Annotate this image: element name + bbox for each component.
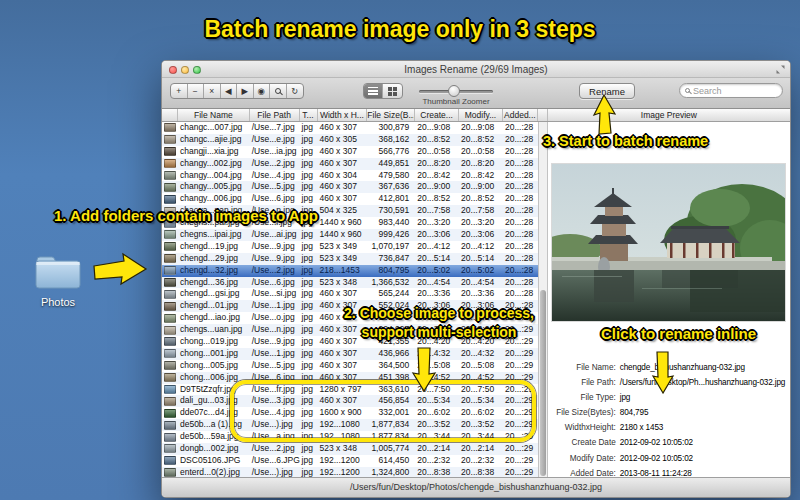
desktop: Photos Images Rename (29/69 Images) +−×◀… [0,0,800,500]
add-button[interactable]: + [171,84,188,98]
column-file-path[interactable]: File Path [250,109,300,121]
table-row[interactable]: changy...002.jpg/Use...2.jpgjpg460 x 307… [162,158,538,170]
table-row[interactable]: changc...007.jpg/Use...7.jpgjpg460 x 307… [162,122,538,134]
table-row[interactable]: chengd...32.jpg/Use...2.jpgjpg218...1453… [162,265,538,277]
cell-type: jpg [300,241,318,253]
cell-type: jpg [300,170,318,182]
table-row[interactable]: changji...xia.jpg/Use...ia.jpgjpg460 x 3… [162,146,538,158]
cell-dimensions: 460 x 307 [318,122,368,134]
file-thumbnail [164,385,176,394]
cell-added: 20...:29 [503,455,538,467]
file-thumbnail [164,361,176,370]
list-view-button[interactable] [364,84,383,98]
detail-value[interactable]: 2012-09-02 10:05:02 [620,454,693,463]
preview-photo [552,164,785,321]
thumb-cell [162,181,178,193]
refresh-button[interactable]: ↻ [287,84,304,98]
cell-modified: 20...8:52 [459,193,503,205]
cell-file-name: changy...004.jpg [178,170,250,182]
fullscreen-icon[interactable] [775,64,786,75]
table-row[interactable]: chong...001.jpg/Use...1.jpgjpg460 x 3074… [162,348,538,360]
photos-folder-icon[interactable] [34,252,82,292]
window-title: Images Rename (29/69 Images) [162,61,790,78]
cell-type: jpg [300,348,318,360]
file-thumbnail [164,230,176,239]
thumb-cell [162,253,178,265]
table-row[interactable]: chegns...ipai.jpg/Use...ai.jpgjpg1440 x … [162,229,538,241]
search-field[interactable] [679,83,783,98]
cell-added: 20...:28 [503,181,538,193]
cell-type: jpg [300,134,318,146]
titlebar[interactable]: Images Rename (29/69 Images) [162,61,790,78]
column-file-name[interactable]: File Name [178,109,250,121]
cell-created: 20...4:54 [415,277,459,289]
table-row[interactable]: DSC05106.JPG/Use...6.JPGjpg192...1200614… [162,455,538,467]
cell-file-path: /Use...7.jpg [250,122,300,134]
detail-value[interactable]: 2180 x 1453 [620,423,663,432]
cell-modified: 20...8:42 [459,170,503,182]
cell-modified: 20...4:32 [459,348,503,360]
search-input[interactable] [693,86,773,96]
cell-dimensions: 523 x 348 [318,443,368,455]
detail-value[interactable]: 2012-09-02 10:05:02 [620,438,693,447]
cell-file-path: /Use...6.JPG [250,455,300,467]
delete-button[interactable]: × [204,84,221,98]
next-button[interactable]: ▶ [237,84,254,98]
cell-dimensions: 460 x 307 [318,348,368,360]
vertical-scrollbar[interactable] [538,122,548,479]
table-row[interactable]: changy...005.jpg/Use...5.jpgjpg460 x 307… [162,181,538,193]
cell-file-size: 736,847 [367,253,415,265]
cell-file-path: /Use...9.jpg [250,253,300,265]
detail-value[interactable]: /Users/fun/Desktop/Ph...hushanzhuang-032… [620,378,785,387]
grid-view-button[interactable] [383,84,402,98]
table-row[interactable]: changy...004.jpg/Use...4.jpgjpg460 x 304… [162,170,538,182]
prev-button[interactable]: ◀ [221,84,238,98]
file-thumbnail [164,254,176,263]
file-thumbnail [164,183,176,192]
column-type[interactable]: T... [300,109,318,121]
column-dimensions[interactable]: Width x H... [318,109,368,121]
cell-file-name: DSC05106.JPG [178,455,250,467]
column-file-size[interactable]: File Size(B... [367,109,415,121]
column-added[interactable]: Added... [503,109,538,121]
table-row[interactable]: changc...ajie.jpg/Use...e.jpgjpg460 x 30… [162,134,538,146]
table-row[interactable]: chengd...19.jpg/Use...9.jpgjpg523 x 3491… [162,241,538,253]
cell-file-path: /Use...4.jpg [250,170,300,182]
table-row[interactable]: dongb...002.jpg/Use...2.jpgjpg523 x 3481… [162,443,538,455]
search-icon [685,88,690,93]
remove-button[interactable]: − [188,84,205,98]
detail-value[interactable]: chengde_bishushanzhuang-032.jpg [620,363,745,372]
table-row[interactable]: chong...005.jpg/Use...5.jpgjpg460 x 3073… [162,360,538,372]
search-button[interactable] [270,84,287,98]
file-thumbnail [164,314,176,323]
grid-icon [388,87,397,96]
detail-value[interactable]: 804,795 [620,408,649,417]
cell-file-size: 565,244 [367,288,415,300]
file-thumbnail [164,266,176,275]
table-row[interactable]: changy...006.jpg/Use...6.jpgjpg460 x 307… [162,193,538,205]
detail-row: WidthxHeight:2180 x 1453 [548,420,790,435]
cell-file-path: /Use...n.jpg [250,324,300,336]
cell-modified: 20...8:20 [459,158,503,170]
column-create[interactable]: Create... [415,109,459,121]
cell-type: jpg [300,181,318,193]
file-thumbnail [164,456,176,465]
table-row[interactable]: chengd...gsi.jpg/Use...si.jpgjpg460 x 30… [162,288,538,300]
cell-type: jpg [300,288,318,300]
detail-value[interactable]: jpg [620,393,630,402]
cell-dimensions: 460 x 307 [318,360,368,372]
table-row[interactable]: chengd...29.jpg/Use...9.jpgjpg523 x 3497… [162,253,538,265]
cell-dimensions: 523 x 348 [318,277,368,289]
cell-modified: 20...5:08 [459,360,503,372]
slider-thumb[interactable] [448,85,460,97]
cell-created: 20...3:20 [415,217,459,229]
column-thumb[interactable] [162,109,178,121]
file-thumbnail [164,326,176,335]
rename-button[interactable]: Rename [579,83,635,99]
table-row[interactable]: chengd...36.jpg/Use...6.jpgjpg523 x 3481… [162,277,538,289]
preview-button[interactable]: ◉ [254,84,271,98]
cell-dimensions: 460 x 307 [318,193,368,205]
file-thumbnail [164,135,176,144]
column-modify[interactable]: Modify... [459,109,503,121]
cell-created: 20...5:02 [415,265,459,277]
